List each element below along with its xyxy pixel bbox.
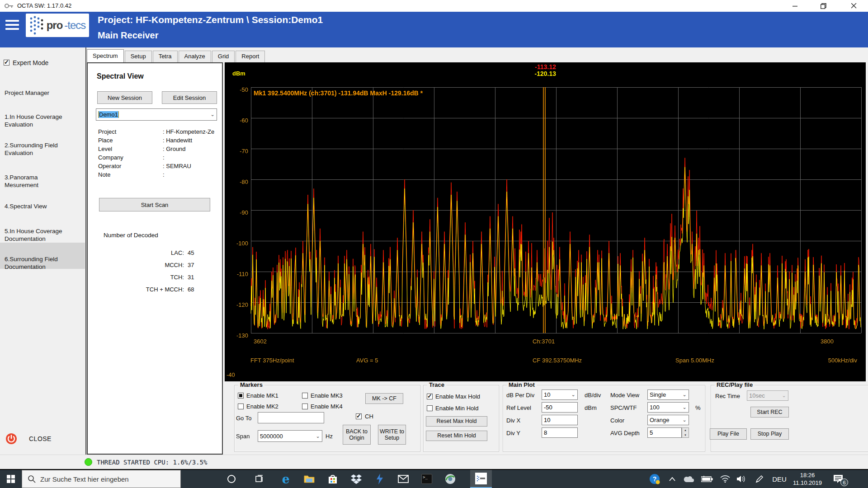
spectrum-plot-canvas[interactable] xyxy=(225,62,866,381)
color-combo[interactable]: Orange ⌄ xyxy=(647,415,689,425)
cortana-button[interactable] xyxy=(222,470,241,488)
status-bar: THREAD STARTED CPU: 1.6%/3.5% xyxy=(0,455,868,469)
db-per-div-combo[interactable]: 10 ⌄ xyxy=(542,389,578,400)
mk-to-cf-button[interactable]: MK -> CF xyxy=(365,393,403,404)
task-view-button[interactable] xyxy=(250,470,269,488)
tab-analyze[interactable]: Analyze xyxy=(179,51,211,62)
mail-button[interactable] xyxy=(393,470,413,488)
project-session-title: Project: HF-Kompetenz-Zentrum \ Session:… xyxy=(98,14,323,25)
start-rec-button[interactable]: Start REC xyxy=(750,407,789,418)
info-value-operator: : SEMRAU xyxy=(163,163,191,169)
help-tray-button[interactable]: ? xyxy=(646,470,663,488)
start-scan-button[interactable]: Start Scan xyxy=(99,198,210,211)
play-file-button[interactable]: Play File xyxy=(710,428,747,440)
sidebar-item-spectral-view[interactable]: 4.Spectral View xyxy=(5,202,68,210)
info-label-note: Note xyxy=(98,171,110,178)
clock-tray[interactable]: 18:26 11.10.2019 xyxy=(790,471,825,487)
file-explorer-button[interactable] xyxy=(299,470,319,488)
vpn-button[interactable] xyxy=(440,470,460,488)
store-button[interactable] xyxy=(323,470,343,488)
spc-wtf-combo[interactable]: 100 ⌄ xyxy=(647,402,689,413)
volume-tray-button[interactable] xyxy=(733,470,750,488)
wifi-icon xyxy=(720,475,730,483)
cortana-icon xyxy=(227,474,236,483)
tab-grid[interactable]: Grid xyxy=(212,51,235,62)
avg-depth-spinner[interactable]: ▲▼ xyxy=(682,427,689,438)
enable-max-hold-checkbox[interactable] xyxy=(427,394,433,399)
avg-depth-input[interactable] xyxy=(647,427,682,438)
goto-input[interactable] xyxy=(258,412,324,423)
spinner-up-icon[interactable]: ▲ xyxy=(684,429,687,432)
edge-button[interactable]: e xyxy=(276,470,296,488)
power-icon[interactable] xyxy=(5,433,17,445)
battery-tray-button[interactable] xyxy=(699,470,715,488)
protecs-app-icon xyxy=(475,473,487,484)
reset-max-hold-button[interactable]: Reset Max Hold xyxy=(426,416,487,427)
wifi-tray-button[interactable] xyxy=(717,470,733,488)
enable-min-hold-checkbox[interactable] xyxy=(427,405,433,411)
hamburger-menu-icon[interactable] xyxy=(5,20,19,33)
tab-tetra[interactable]: Tetra xyxy=(153,51,178,62)
tab-spectrum[interactable]: Spectrum xyxy=(87,49,124,62)
y-axis-unit: dBm xyxy=(232,70,245,77)
back-to-origin-button[interactable]: BACK to Origin xyxy=(343,425,371,445)
decoded-value-tch-mcch: 68 xyxy=(188,286,194,293)
sidebar-item-project-manager[interactable]: Project Manager xyxy=(5,89,68,97)
decoded-label-tch: TCH: xyxy=(88,274,184,281)
db-per-div-value: 10 xyxy=(542,391,569,398)
stop-play-button[interactable]: Stop Play xyxy=(750,428,789,440)
expert-mode-checkbox[interactable] xyxy=(4,60,9,66)
mail-icon xyxy=(398,475,409,483)
chevron-down-icon: ⌄ xyxy=(208,112,217,117)
dropbox-button[interactable] xyxy=(346,470,366,488)
taskbar-search-box[interactable]: Zur Suche Text hier eingeben xyxy=(22,470,181,488)
start-button[interactable] xyxy=(1,470,21,488)
div-y-label: Div Y xyxy=(506,430,520,436)
cf-label: CF 392.53750MHz xyxy=(533,357,582,364)
span-combo[interactable]: 5000000 ⌄ xyxy=(258,430,322,442)
restore-button[interactable] xyxy=(813,0,834,12)
pen-tray-button[interactable] xyxy=(751,470,768,488)
active-app-button[interactable] xyxy=(470,470,492,488)
lightning-app-button[interactable] xyxy=(370,470,390,488)
div-y-input[interactable] xyxy=(542,427,578,438)
ref-level-input[interactable] xyxy=(542,402,578,413)
action-center-button[interactable]: 6 xyxy=(827,470,849,488)
info-label-company: Company xyxy=(98,154,123,161)
receiver-subtitle: Main Receiver xyxy=(98,30,159,41)
ch-checkbox[interactable] xyxy=(356,413,362,419)
write-to-setup-button[interactable]: WRITE to Setup xyxy=(378,425,406,445)
close-app-label[interactable]: CLOSE xyxy=(29,435,52,442)
mode-view-combo[interactable]: Single ⌄ xyxy=(647,389,689,400)
reset-min-hold-button[interactable]: Reset Min Hold xyxy=(426,431,487,441)
enable-mk4-checkbox[interactable] xyxy=(302,404,308,409)
search-icon xyxy=(28,475,36,483)
y-tick-label: -120 xyxy=(230,301,248,308)
enable-mk1-checkbox[interactable] xyxy=(238,393,244,399)
session-select[interactable]: Demo1 ⌄ xyxy=(96,108,217,121)
sidebar-item-in-house-doc[interactable]: 5.In House Coverage Documentation xyxy=(5,227,68,243)
sidebar-item-surrounding-eval[interactable]: 2.Surrounding Field Evaluation xyxy=(5,141,68,157)
window-title: OCTA SW: 1.17.0.42 xyxy=(17,2,71,9)
spinner-down-icon[interactable]: ▼ xyxy=(684,434,687,436)
edit-session-button[interactable]: Edit Session xyxy=(162,91,217,104)
new-session-button[interactable]: New Session xyxy=(97,91,152,104)
sidebar: Expert Mode Project Manager 1.In House C… xyxy=(0,47,85,455)
tray-chevron-button[interactable] xyxy=(665,470,679,488)
enable-mk2-checkbox[interactable] xyxy=(238,404,244,409)
tab-report[interactable]: Report xyxy=(236,51,265,62)
onedrive-tray-button[interactable] xyxy=(681,470,697,488)
rec-play-group-title: REC/Play file xyxy=(715,381,755,388)
enable-mk3-checkbox[interactable] xyxy=(302,393,308,399)
sidebar-item-surrounding-doc[interactable]: 6.Surrounding Field Documentation xyxy=(5,255,68,271)
tab-setup[interactable]: Setup xyxy=(125,51,152,62)
sidebar-item-in-house-eval[interactable]: 1.In House Coverage Evaluation xyxy=(5,113,68,128)
terminal-button[interactable]: >_ xyxy=(417,470,437,488)
minimize-button[interactable] xyxy=(785,0,806,12)
language-indicator[interactable]: DEU xyxy=(769,470,789,488)
div-x-input[interactable] xyxy=(542,415,578,425)
close-window-button[interactable] xyxy=(844,0,864,12)
spc-unit: % xyxy=(695,404,701,411)
sidebar-item-panorama[interactable]: 3.Panorama Mesurement xyxy=(5,174,68,189)
rec-time-combo[interactable]: 10sec ⌄ xyxy=(747,390,788,401)
